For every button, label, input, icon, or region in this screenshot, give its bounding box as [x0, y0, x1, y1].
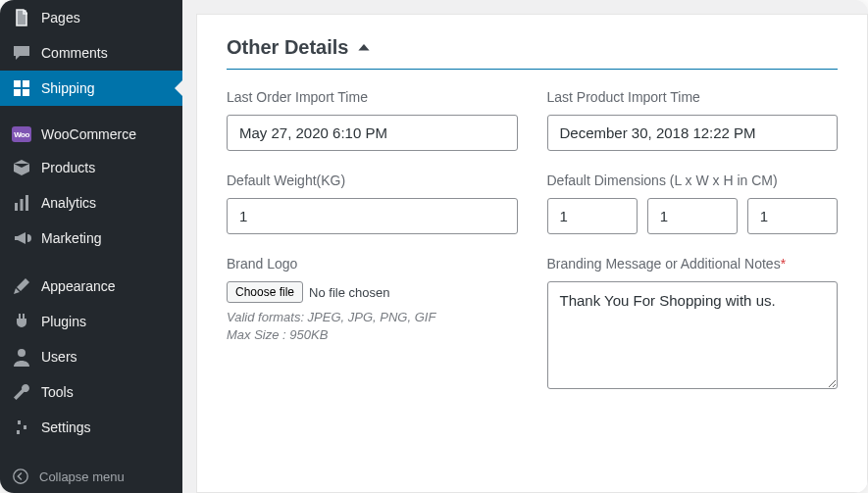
- bars-icon: [12, 193, 31, 213]
- dimensions-row: [547, 198, 839, 234]
- wrench-icon: [12, 382, 31, 402]
- sidebar-item-shipping[interactable]: Shipping: [0, 71, 182, 106]
- dimension-height-input[interactable]: [747, 198, 838, 234]
- section-title: Other Details: [227, 36, 348, 59]
- brand-logo-label: Brand Logo: [227, 256, 518, 271]
- sidebar-item-analytics[interactable]: Analytics: [0, 185, 182, 221]
- sidebar-item-appearance[interactable]: Appearance: [0, 269, 182, 304]
- settings-card: Other Details Last Order Import Time Las…: [196, 14, 868, 493]
- pages-icon: [12, 8, 31, 27]
- user-icon: [12, 347, 31, 367]
- branding-message-label: Branding Message or Additional Notes*: [547, 256, 839, 271]
- sidebar-item-plugins[interactable]: Plugins: [0, 304, 182, 339]
- sidebar-item-label: Tools: [41, 384, 74, 400]
- sidebar-item-label: Shipping: [41, 80, 95, 96]
- sidebar-item-pages[interactable]: Pages: [0, 0, 182, 35]
- sidebar-item-label: Settings: [41, 419, 91, 435]
- section-header-other-details[interactable]: Other Details: [227, 36, 838, 70]
- woocommerce-icon: Woo: [12, 126, 31, 142]
- sidebar-item-label: Marketing: [41, 230, 101, 246]
- sidebar-item-label: Users: [41, 349, 77, 365]
- default-weight-label: Default Weight(KG): [227, 173, 518, 188]
- sidebar-item-users[interactable]: Users: [0, 339, 182, 374]
- field-brand-logo: Brand Logo Choose file No file chosen Va…: [227, 256, 518, 393]
- box-icon: [12, 158, 31, 177]
- brand-logo-hint-size: Max Size : 950KB: [227, 326, 518, 344]
- sidebar-item-label: WooCommerce: [41, 126, 136, 142]
- sidebar-item-label: Pages: [41, 10, 80, 25]
- megaphone-icon: [12, 228, 31, 248]
- sidebar-item-label: Plugins: [41, 314, 86, 329]
- plug-icon: [12, 312, 31, 331]
- sidebar-separator: [0, 260, 182, 265]
- brand-logo-hint-formats: Valid formats: JPEG, JPG, PNG, GIF: [227, 309, 518, 326]
- field-default-dimensions: Default Dimensions (L x W x H in CM): [547, 173, 839, 234]
- sidebar-item-label: Comments: [41, 45, 108, 61]
- last-product-import-label: Last Product Import Time: [547, 89, 839, 105]
- file-chooser-row: Choose file No file chosen: [227, 281, 518, 303]
- dimension-width-input[interactable]: [647, 198, 738, 234]
- app-shell: PagesCommentsShippingWooWooCommerceProdu…: [0, 0, 868, 493]
- collapse-menu[interactable]: Collapse menu: [0, 460, 182, 493]
- sidebar-item-products[interactable]: Products: [0, 150, 182, 185]
- sliders-icon: [12, 418, 31, 437]
- brush-icon: [12, 276, 31, 296]
- field-default-weight: Default Weight(KG): [227, 173, 518, 234]
- sidebar: PagesCommentsShippingWooWooCommerceProdu…: [0, 0, 182, 493]
- default-weight-input[interactable]: [227, 198, 518, 234]
- sidebar-item-tools[interactable]: Tools: [0, 374, 182, 410]
- sidebar-item-label: Products: [41, 160, 95, 175]
- last-order-import-input[interactable]: [227, 115, 518, 151]
- sidebar-separator: [0, 110, 182, 115]
- grid-icon: [12, 78, 31, 98]
- sidebar-item-settings[interactable]: Settings: [0, 410, 182, 445]
- default-dimensions-label: Default Dimensions (L x W x H in CM): [547, 173, 839, 188]
- chevron-up-icon: [356, 40, 372, 56]
- field-branding-message: Branding Message or Additional Notes*: [547, 256, 839, 393]
- sidebar-item-woocommerce[interactable]: WooWooCommerce: [0, 119, 182, 150]
- branding-message-textarea[interactable]: [547, 281, 839, 389]
- last-order-import-label: Last Order Import Time: [227, 89, 518, 105]
- collapse-icon: [12, 468, 29, 485]
- sidebar-item-marketing[interactable]: Marketing: [0, 221, 182, 256]
- field-last-order-import: Last Order Import Time: [227, 89, 518, 151]
- collapse-label: Collapse menu: [39, 469, 125, 484]
- main-area: Other Details Last Order Import Time Las…: [182, 0, 868, 493]
- sidebar-item-comments[interactable]: Comments: [0, 35, 182, 71]
- sidebar-item-label: Appearance: [41, 278, 116, 294]
- branding-message-label-text: Branding Message or Additional Notes: [547, 256, 781, 271]
- comment-icon: [12, 43, 31, 63]
- choose-file-button[interactable]: Choose file: [227, 281, 303, 303]
- fields-grid: Last Order Import Time Last Product Impo…: [227, 89, 838, 393]
- file-status-text: No file chosen: [309, 285, 389, 300]
- sidebar-item-label: Analytics: [41, 195, 96, 211]
- field-last-product-import: Last Product Import Time: [547, 89, 839, 151]
- dimension-length-input[interactable]: [547, 198, 638, 234]
- last-product-import-input[interactable]: [547, 115, 839, 151]
- required-asterisk: *: [781, 256, 786, 271]
